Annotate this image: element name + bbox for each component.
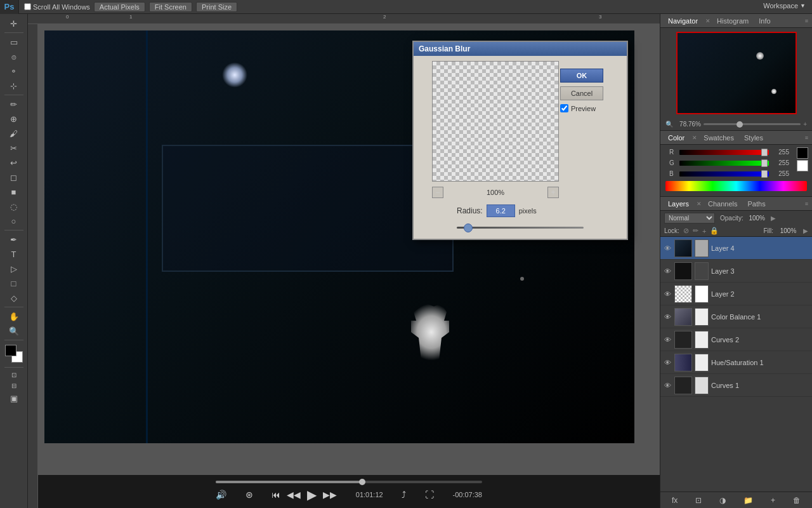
hand-tool[interactable]: ✋: [7, 309, 21, 323]
lock-image-icon[interactable]: ✏: [693, 227, 698, 235]
green-thumb[interactable]: [761, 159, 768, 167]
layer-row-curves1[interactable]: 👁 Curves 1: [660, 374, 812, 397]
layer-visibility-huesat1[interactable]: 👁: [663, 359, 672, 366]
tab-color[interactable]: Color: [664, 134, 688, 142]
fullscreen-icon[interactable]: ⛶: [425, 490, 434, 500]
zoom-tool[interactable]: 🔍: [7, 324, 21, 338]
tab-styles[interactable]: Styles: [740, 134, 767, 142]
zoom-in-icon[interactable]: +: [803, 121, 807, 128]
quick-select-tool[interactable]: ⚬: [7, 64, 21, 78]
actual-pixels-button[interactable]: Actual Pixels: [94, 2, 145, 12]
gradient-tool[interactable]: ■: [7, 185, 21, 199]
dodge-tool[interactable]: ○: [7, 214, 21, 228]
add-style-button[interactable]: fx: [672, 496, 678, 505]
workspace-area[interactable]: Workspace ▼: [763, 2, 806, 10]
print-size-button[interactable]: Print Size: [196, 2, 237, 12]
tab-navigator[interactable]: Navigator: [664, 17, 702, 25]
fg-color-swatch[interactable]: [797, 147, 808, 159]
layer-row-colorbalance1[interactable]: 👁 Color Balance 1: [660, 305, 812, 328]
blur-tool[interactable]: ◌: [7, 199, 21, 213]
lock-all-icon[interactable]: 🔒: [710, 227, 719, 235]
blue-thumb[interactable]: [761, 170, 768, 178]
tab-histogram[interactable]: Histogram: [713, 17, 752, 25]
shape-tool[interactable]: □: [7, 276, 21, 290]
layer-row-layer4[interactable]: 👁 Layer 4: [660, 237, 812, 260]
navigator-panel-options[interactable]: ≡: [805, 18, 808, 24]
rewind-button[interactable]: ⏮: [272, 490, 280, 500]
color-close-icon[interactable]: ✕: [692, 135, 697, 141]
red-thumb[interactable]: [761, 149, 768, 156]
video-timeline[interactable]: [216, 481, 482, 483]
blur-zoom-minus-button[interactable]: −: [432, 187, 443, 198]
navigator-preview[interactable]: [676, 32, 797, 114]
layers-panel-options[interactable]: ≡: [805, 201, 808, 207]
eraser-tool[interactable]: ◻: [7, 170, 21, 184]
color-panel-options[interactable]: ≡: [805, 135, 808, 141]
volume-icon[interactable]: 🔊: [216, 490, 226, 500]
zoom-out-icon[interactable]: 🔍: [665, 121, 673, 128]
tab-layers[interactable]: Layers: [664, 200, 693, 208]
layers-close-icon[interactable]: ✕: [697, 201, 702, 207]
red-track[interactable]: [679, 150, 769, 155]
spot-heal-tool[interactable]: ⊕: [7, 112, 21, 126]
audio-settings-icon[interactable]: ⊛: [246, 490, 253, 500]
tab-paths[interactable]: Paths: [744, 200, 769, 208]
history-brush-tool[interactable]: ↩: [7, 156, 21, 170]
delete-layer-button[interactable]: 🗑: [793, 496, 801, 505]
crop-tool[interactable]: ⊹: [7, 79, 21, 93]
bg-color-swatch[interactable]: [797, 160, 808, 171]
new-layer-button[interactable]: +: [771, 496, 775, 505]
radius-input[interactable]: 6.2: [487, 204, 515, 217]
opacity-arrow-icon[interactable]: ▶: [771, 215, 776, 222]
scroll-all-windows-checkbox[interactable]: Scroll All Windows: [24, 3, 90, 11]
move-tool[interactable]: ✛: [7, 17, 21, 30]
brush-tool[interactable]: 🖌: [7, 126, 21, 140]
pen-tool[interactable]: ✒: [7, 232, 21, 246]
blur-zoom-plus-button[interactable]: +: [547, 187, 559, 198]
lock-position-icon[interactable]: +: [702, 227, 706, 235]
prev-frame-button[interactable]: ◀◀: [287, 490, 301, 500]
lock-transparent-icon[interactable]: ⊘: [683, 227, 689, 235]
path-select-tool[interactable]: ▷: [7, 262, 21, 276]
layer-visibility-curves2[interactable]: 👁: [663, 336, 672, 344]
marquee-tool[interactable]: ▭: [7, 35, 21, 49]
next-frame-button[interactable]: ▶▶: [323, 490, 337, 500]
layer-visibility-colorbalance1[interactable]: 👁: [663, 313, 672, 321]
layer-row-huesat1[interactable]: 👁 Hue/Saturation 1: [660, 351, 812, 374]
eyedropper-tool[interactable]: ✏: [7, 97, 21, 111]
layer-row-curves2[interactable]: 👁 Curves 2: [660, 328, 812, 351]
blend-mode-select[interactable]: Normal: [664, 213, 715, 224]
clone-stamp-tool[interactable]: ✂: [7, 141, 21, 155]
play-button[interactable]: ▶: [307, 487, 317, 502]
tab-swatches[interactable]: Swatches: [700, 134, 738, 142]
screen-mode-button[interactable]: ⊟: [7, 380, 21, 391]
share-icon[interactable]: ⤴: [402, 490, 406, 500]
cancel-button[interactable]: Cancel: [560, 86, 603, 100]
color-spectrum-bar[interactable]: [665, 181, 807, 191]
video-playhead[interactable]: [359, 479, 365, 485]
blue-track[interactable]: [679, 171, 769, 177]
layer-row-layer2[interactable]: 👁 Layer 2: [660, 283, 812, 305]
screen-mode-icon[interactable]: ▣: [7, 391, 21, 405]
foreground-color-swatch[interactable]: [5, 345, 16, 356]
layer-row-layer3[interactable]: 👁 Layer 3: [660, 260, 812, 283]
layer-visibility-layer2[interactable]: 👁: [663, 290, 672, 298]
shape2-tool[interactable]: ◇: [7, 291, 21, 305]
text-tool[interactable]: T: [7, 247, 21, 261]
quick-mask-button[interactable]: ⊡: [7, 370, 21, 380]
navigator-close-icon[interactable]: ✕: [705, 18, 710, 24]
new-group-button[interactable]: 📁: [743, 496, 753, 505]
layer-visibility-layer3[interactable]: 👁: [663, 267, 672, 275]
green-track[interactable]: [679, 161, 769, 166]
add-mask-button[interactable]: ⊡: [695, 496, 702, 505]
radius-slider[interactable]: [457, 227, 584, 229]
fit-screen-button[interactable]: Fit Screen: [149, 2, 192, 12]
color-swatches[interactable]: [5, 345, 23, 363]
zoom-slider[interactable]: [704, 123, 801, 125]
tab-channels[interactable]: Channels: [704, 200, 741, 208]
layer-visibility-layer4[interactable]: 👁: [663, 244, 672, 252]
lasso-tool[interactable]: ⌾: [7, 50, 21, 64]
layer-visibility-curves1[interactable]: 👁: [663, 382, 672, 389]
preview-checkbox[interactable]: [560, 104, 568, 112]
ok-button[interactable]: OK: [560, 69, 603, 83]
